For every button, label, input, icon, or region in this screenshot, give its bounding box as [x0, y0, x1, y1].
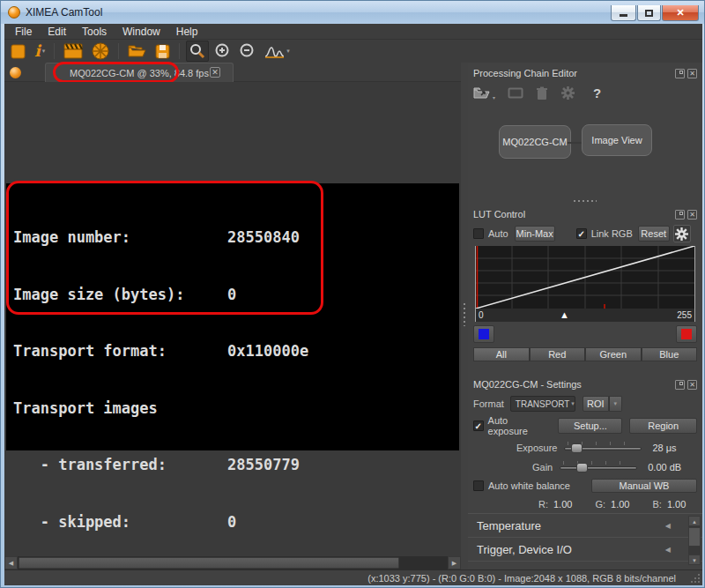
image-info-overlay: Image number:28550840 Image size (bytes)… — [13, 190, 308, 569]
zoom-out-button[interactable] — [237, 41, 258, 62]
maximize-icon — [645, 10, 653, 17]
chain-node-camera[interactable]: MQ022CG-CM — [499, 125, 571, 159]
chain-node-image-view[interactable]: Image View — [582, 124, 652, 156]
horizontal-scrollbar[interactable]: ◀ ▶ — [4, 556, 461, 569]
scroll-left-icon[interactable]: ◀ — [4, 556, 18, 569]
minimize-icon — [620, 14, 627, 17]
info-icon: i — [34, 43, 41, 59]
channel-green-button[interactable]: Green — [585, 347, 642, 361]
main-area: MQ022CG-CM @ 33%, 84.8 fps ✕ Image numbe… — [4, 63, 702, 569]
exposure-region-button[interactable]: Region — [629, 418, 697, 434]
close-button[interactable]: ✕ — [662, 5, 699, 21]
app-window: XIMEA CamTool ✕ File Edit Tools Window H… — [0, 0, 705, 588]
exposure-slider[interactable] — [564, 442, 642, 454]
maximize-button[interactable] — [637, 5, 661, 21]
aperture-icon — [92, 42, 109, 60]
zoom-in-button[interactable] — [212, 41, 234, 62]
tab-bar: MQ022CG-CM @ 33%, 84.8 fps ✕ — [4, 63, 461, 82]
roi-dropdown-arrow[interactable]: ▾ — [609, 396, 622, 412]
load-chain-button[interactable]: ▾ — [473, 86, 495, 100]
channel-all-button[interactable]: All — [473, 347, 530, 361]
scrollbar-thumb[interactable] — [19, 557, 399, 569]
trigger-panel-header[interactable]: Trigger, Device I/O ◀ — [468, 538, 702, 562]
dock-vertical-scrollbar[interactable]: ▲ ▼ — [688, 516, 701, 565]
format-dropdown[interactable]: TRANSPORT▾ — [510, 396, 575, 412]
exposure-setup-button[interactable]: Setup... — [558, 418, 622, 434]
dock-splitter[interactable] — [461, 63, 468, 569]
close-panel-icon[interactable]: ✕ — [687, 210, 697, 220]
scroll-right-icon[interactable]: ▶ — [448, 556, 461, 569]
high-color-button[interactable] — [676, 325, 697, 343]
overlay-line: - skipped:0 — [13, 513, 308, 532]
zoom-original-button[interactable] — [186, 41, 209, 62]
scrollbar-track[interactable] — [688, 526, 701, 555]
zoom-in-icon — [215, 43, 231, 59]
minmax-button[interactable]: Min-Max — [515, 226, 555, 242]
camera-view-tab[interactable]: MQ022CG-CM @ 33%, 84.8 fps ✕ — [45, 63, 234, 82]
menu-tools[interactable]: Tools — [75, 25, 114, 39]
folder-icon — [128, 44, 146, 58]
wb-g-value: 1.00 — [611, 499, 629, 510]
exposure-slider-thumb[interactable] — [571, 443, 583, 453]
float-panel-icon[interactable] — [675, 210, 685, 220]
float-glyph — [679, 71, 683, 74]
roi-button[interactable]: ROI — [583, 396, 609, 412]
record-video-button[interactable] — [61, 41, 85, 62]
manual-wb-button[interactable]: Manual WB — [591, 479, 697, 493]
status-text: (x:1033 y:775) - (R:0 G:0 B:0) - Image:2… — [367, 573, 676, 584]
scrollbar-thumb[interactable] — [688, 527, 701, 547]
lut-settings-button[interactable] — [673, 225, 691, 242]
window-title: XIMEA CamTool — [26, 6, 102, 19]
temperature-panel-header[interactable]: Temperature ◀ — [468, 514, 702, 538]
scroll-up-icon[interactable]: ▲ — [688, 516, 701, 526]
reset-button[interactable]: Reset — [638, 226, 670, 242]
help-icon[interactable]: ? — [593, 86, 601, 100]
float-glyph — [679, 212, 683, 215]
chain-toolbar: ▾ ? — [473, 86, 601, 100]
menu-bar: File Edit Tools Window Help — [4, 24, 702, 40]
right-dock: Processing Chain Editor ✕ ▾ — [468, 63, 702, 569]
channel-red-button[interactable]: Red — [530, 347, 586, 361]
link-rgb-checkbox[interactable]: ✓ — [576, 228, 587, 239]
app-logo-icon — [8, 6, 20, 19]
image-series-button[interactable] — [89, 41, 112, 62]
camera-info-button[interactable]: i ▾ — [32, 41, 48, 62]
save-button[interactable] — [152, 41, 173, 62]
tab-close-icon[interactable]: ✕ — [210, 67, 220, 78]
auto-exposure-checkbox[interactable]: ✓ — [473, 421, 484, 431]
menu-file[interactable]: File — [8, 25, 39, 39]
chevron-down-icon: ▾ — [493, 94, 495, 100]
gain-slider[interactable] — [560, 461, 637, 473]
float-panel-icon[interactable] — [675, 69, 685, 78]
auto-checkbox[interactable] — [473, 228, 484, 239]
scrollbar-track[interactable] — [18, 556, 448, 569]
minimize-button[interactable] — [611, 5, 636, 21]
wb-g-label: G: — [595, 499, 605, 510]
channel-blue-button[interactable]: Blue — [642, 347, 698, 361]
menu-help[interactable]: Help — [169, 25, 205, 39]
menu-window[interactable]: Window — [115, 25, 167, 39]
close-panel-icon[interactable]: ✕ — [687, 380, 697, 390]
resize-grip-icon[interactable] — [690, 573, 701, 584]
open-file-button[interactable] — [125, 41, 149, 62]
auto-label: Auto — [488, 228, 508, 239]
histogram-button[interactable]: ▾ — [262, 41, 293, 62]
image-viewport[interactable]: Image number:28550840 Image size (bytes)… — [4, 82, 461, 569]
lut-curve-graph[interactable]: 0 255 ▲ — [475, 246, 695, 322]
close-panel-icon[interactable]: ✕ — [687, 69, 697, 78]
toolbar-separator — [179, 43, 180, 59]
float-panel-icon[interactable] — [675, 380, 685, 390]
gain-slider-thumb[interactable] — [576, 463, 588, 473]
status-bar: (x:1033 y:775) - (R:0 G:0 B:0) - Image:2… — [4, 569, 702, 585]
lut-curve-plot — [476, 246, 694, 309]
stop-acquisition-button[interactable] — [8, 41, 28, 62]
panel-header: LUT Control ✕ — [468, 207, 702, 221]
panel-header: Processing Chain Editor ✕ — [468, 66, 702, 80]
low-color-button[interactable] — [473, 325, 494, 343]
auto-white-balance-checkbox[interactable] — [473, 480, 484, 491]
scroll-down-icon[interactable]: ▼ — [688, 555, 701, 565]
lut-mid-marker[interactable]: ▲ — [560, 309, 569, 321]
menu-edit[interactable]: Edit — [41, 25, 73, 39]
overlay-line: - transferred:28550779 — [13, 456, 308, 475]
float-glyph — [679, 382, 683, 385]
